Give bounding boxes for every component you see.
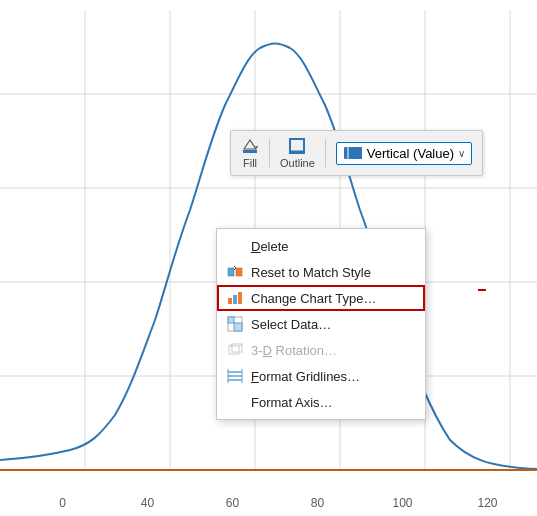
menu-label-format-gridlines: Format Gridlines…	[251, 369, 409, 384]
x-label-80: 80	[275, 496, 360, 510]
delete-icon	[227, 238, 243, 254]
format-axis-icon	[227, 394, 243, 410]
menu-label-format-axis: Format Axis…	[251, 395, 409, 410]
menu-item-format-axis[interactable]: Format Axis…	[217, 389, 425, 415]
x-axis-labels: 0 40 60 80 100 120	[0, 496, 537, 510]
x-label-40: 40	[105, 496, 190, 510]
toolbar-separator-2	[325, 139, 326, 167]
context-menu: Delete Reset to Match Style Change Chart…	[216, 228, 426, 420]
svg-rect-18	[228, 268, 234, 276]
menu-item-delete[interactable]: Delete	[217, 233, 425, 259]
svg-rect-20	[228, 298, 232, 304]
fill-icon	[241, 137, 259, 155]
x-label-100: 100	[360, 496, 445, 510]
svg-rect-21	[233, 295, 237, 304]
svg-rect-13	[243, 150, 257, 153]
dropdown-label: Vertical (Value)	[367, 146, 454, 161]
toolbar-separator	[269, 139, 270, 167]
x-label-0: 0	[20, 496, 105, 510]
svg-rect-16	[344, 147, 362, 159]
outline-icon	[288, 137, 306, 155]
menu-item-3d-rotation: 3-D Rotation…	[217, 337, 425, 363]
svg-rect-25	[234, 323, 242, 331]
fill-label: Fill	[243, 157, 257, 169]
menu-item-select-data[interactable]: Select Data…	[217, 311, 425, 337]
outline-label: Outline	[280, 157, 315, 169]
svg-rect-22	[238, 292, 242, 304]
reset-icon	[227, 264, 243, 280]
menu-label-change-chart-type: Change Chart Type…	[251, 291, 409, 306]
fill-button[interactable]: Fill	[241, 137, 259, 169]
menu-label-reset: Reset to Match Style	[251, 265, 409, 280]
menu-item-change-chart-type[interactable]: Change Chart Type…	[217, 285, 425, 311]
select-data-icon	[227, 316, 243, 332]
outline-button[interactable]: Outline	[280, 137, 315, 169]
3d-rotation-icon	[227, 342, 243, 358]
vertical-value-icon	[343, 146, 363, 160]
dropdown-chevron: ∨	[458, 148, 465, 159]
x-label-60: 60	[190, 496, 275, 510]
svg-rect-24	[228, 317, 234, 323]
menu-label-select-data: Select Data…	[251, 317, 409, 332]
menu-item-reset-match-style[interactable]: Reset to Match Style	[217, 259, 425, 285]
format-gridlines-icon	[227, 368, 243, 384]
chart-type-icon	[227, 290, 243, 306]
menu-item-format-gridlines[interactable]: Format Gridlines…	[217, 363, 425, 389]
svg-rect-26	[229, 346, 239, 354]
svg-rect-19	[236, 268, 242, 276]
vertical-value-dropdown[interactable]: Vertical (Value) ∨	[336, 142, 472, 165]
menu-label-delete: Delete	[251, 239, 409, 254]
floating-toolbar: Fill Outline Vertical (Value) ∨	[230, 130, 483, 176]
menu-label-3d-rotation: 3-D Rotation…	[251, 343, 409, 358]
x-label-120: 120	[445, 496, 530, 510]
